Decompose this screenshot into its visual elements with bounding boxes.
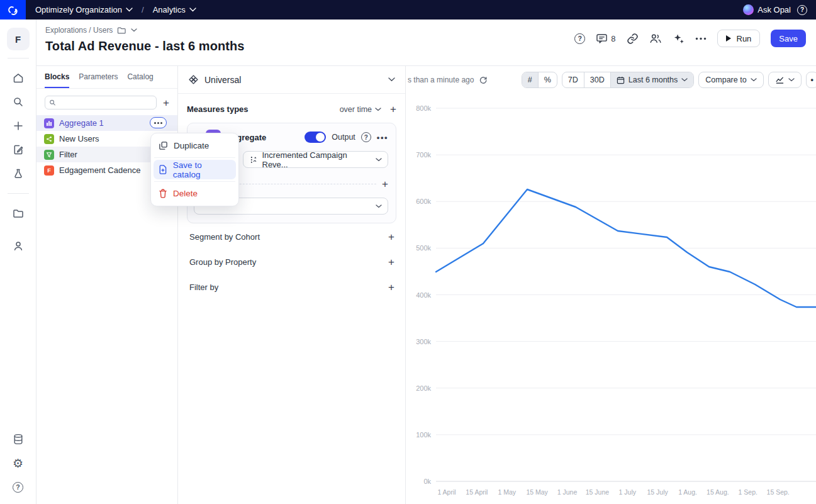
range-30d-button[interactable]: 30D xyxy=(584,72,610,87)
app-switcher[interactable]: Analytics xyxy=(153,5,196,14)
y-tick-label: 0k xyxy=(423,478,431,485)
block-context-menu: Duplicate Save to catalog Delete xyxy=(150,133,239,206)
help-button[interactable]: ? xyxy=(6,475,30,499)
blocks-search[interactable] xyxy=(45,96,157,109)
help-icon[interactable]: ? xyxy=(574,33,585,44)
x-tick-label: 1 May xyxy=(498,488,516,496)
block-item-label: Aggregate 1 xyxy=(59,118,104,128)
gear-icon: ⚙ xyxy=(13,457,23,469)
x-tick-label: 1 July xyxy=(619,488,637,496)
output-toggle[interactable] xyxy=(305,132,326,143)
folder-icon xyxy=(12,207,25,220)
x-tick-label: 1 Aug. xyxy=(678,488,697,496)
date-range-switch: 7D 30D Last 6 months xyxy=(562,72,694,88)
more-actions-button[interactable] xyxy=(695,37,707,40)
numeric-format-button[interactable]: # xyxy=(522,72,538,87)
group-by-property-section: Group by Property + xyxy=(187,250,396,274)
search-button[interactable] xyxy=(6,90,30,114)
menu-item-save-to-catalog[interactable]: Save to catalog xyxy=(154,160,236,179)
org-switcher[interactable]: Optimizely Organization xyxy=(35,5,133,14)
menu-item-label: Duplicate xyxy=(174,141,209,150)
tab-catalog[interactable]: Catalog xyxy=(127,72,153,88)
ask-opal-button[interactable]: Ask Opal xyxy=(743,4,791,15)
revenue-line-chart: 800k700k600k500k400k300k200k100k0k1 Apri… xyxy=(406,94,816,503)
menu-item-delete[interactable]: Delete xyxy=(154,184,236,203)
blocks-panel: Blocks Parameters Catalog + xyxy=(36,66,178,504)
toolbar-overflow-button[interactable]: • xyxy=(806,72,816,88)
add-condition-button[interactable]: + xyxy=(382,179,388,189)
run-button[interactable]: Run xyxy=(717,30,761,47)
comments-button[interactable]: 8 xyxy=(596,33,615,44)
block-item-menu-button[interactable] xyxy=(150,117,167,128)
chart-type-button[interactable] xyxy=(768,72,802,88)
blocks-search-input[interactable] xyxy=(59,98,152,107)
measures-types-title: Measures types xyxy=(187,104,249,114)
new-users-block-icon xyxy=(44,134,54,144)
measure-value: Incremented Campaign Reve... xyxy=(262,150,372,169)
over-time-selector[interactable]: over time xyxy=(340,105,381,114)
block-item-label: Edgagement Cadence xyxy=(59,165,140,175)
x-tick-label: 1 Sep. xyxy=(739,488,757,496)
workspace-avatar[interactable]: F xyxy=(7,28,30,50)
menu-item-duplicate[interactable]: Duplicate xyxy=(154,136,236,155)
block-item-aggregate-1[interactable]: Aggregate 1 xyxy=(36,115,177,131)
data-source-selector[interactable]: Universal xyxy=(178,66,405,94)
database-icon xyxy=(12,433,25,445)
app-name: Analytics xyxy=(153,5,186,14)
add-group-button[interactable]: + xyxy=(388,257,394,267)
breadcrumb-separator: / xyxy=(142,5,144,14)
line-chart-icon xyxy=(775,76,785,84)
share-button[interactable] xyxy=(649,33,662,44)
measure-select[interactable]: Incremented Campaign Reve... xyxy=(243,151,388,168)
refresh-icon[interactable] xyxy=(479,76,488,84)
percent-format-button[interactable]: % xyxy=(538,72,557,87)
last-updated-text: s than a minute ago xyxy=(408,76,474,84)
divider xyxy=(154,181,235,182)
menu-item-label: Save to catalog xyxy=(173,160,231,179)
chevron-down-icon xyxy=(189,8,196,12)
range-custom-button[interactable]: Last 6 months xyxy=(610,72,694,87)
info-icon[interactable]: ? xyxy=(361,132,371,142)
add-segment-button[interactable]: + xyxy=(388,232,394,242)
folder-icon[interactable] xyxy=(117,26,126,35)
divider xyxy=(8,58,29,59)
home-button[interactable] xyxy=(6,66,30,90)
tab-parameters[interactable]: Parameters xyxy=(79,72,118,88)
folders-button[interactable] xyxy=(6,201,30,225)
value-format-switch: # % xyxy=(522,72,557,88)
search-icon xyxy=(12,96,25,108)
add-measure-button[interactable]: + xyxy=(390,104,396,115)
block-card-menu-button[interactable]: ••• xyxy=(377,133,388,142)
y-tick-label: 300k xyxy=(416,338,431,345)
blocks-library-button[interactable] xyxy=(6,162,30,186)
chevron-down-icon[interactable] xyxy=(131,28,137,32)
calendar-icon xyxy=(617,76,625,84)
ai-insights-button[interactable] xyxy=(673,33,685,45)
home-icon xyxy=(12,72,25,84)
optimizely-logo[interactable] xyxy=(0,0,26,20)
x-tick-label: 15 Aug. xyxy=(707,488,729,496)
range-7d-button[interactable]: 7D xyxy=(562,72,584,87)
ellipsis-icon xyxy=(695,37,707,40)
breadcrumb[interactable]: Explorations / Users xyxy=(45,26,113,35)
add-filter-button[interactable]: + xyxy=(388,282,394,293)
aggregate-block-icon xyxy=(44,118,54,128)
settings-button[interactable]: ⚙ xyxy=(6,451,30,475)
tab-blocks[interactable]: Blocks xyxy=(45,72,69,88)
chart-area: s than a minute ago # % 7D 30D xyxy=(406,66,816,504)
compare-to-button[interactable]: Compare to xyxy=(698,72,763,88)
chevron-down-icon xyxy=(376,204,382,208)
segment-by-cohort-section: Segment by Cohort + xyxy=(187,225,396,249)
x-tick-label: 15 Sep. xyxy=(767,488,790,496)
copy-link-button[interactable] xyxy=(627,33,639,45)
profile-button[interactable] xyxy=(6,234,30,258)
create-new-button[interactable] xyxy=(6,114,30,138)
x-tick-label: 1 June xyxy=(557,488,578,496)
data-sources-button[interactable] xyxy=(6,427,30,451)
help-icon[interactable]: ? xyxy=(797,5,807,15)
output-label: Output xyxy=(332,133,355,142)
save-button[interactable]: Save xyxy=(771,30,806,47)
add-block-button[interactable]: + xyxy=(163,98,169,108)
section-label: Segment by Cohort xyxy=(189,232,260,242)
explorations-button[interactable] xyxy=(6,138,30,162)
